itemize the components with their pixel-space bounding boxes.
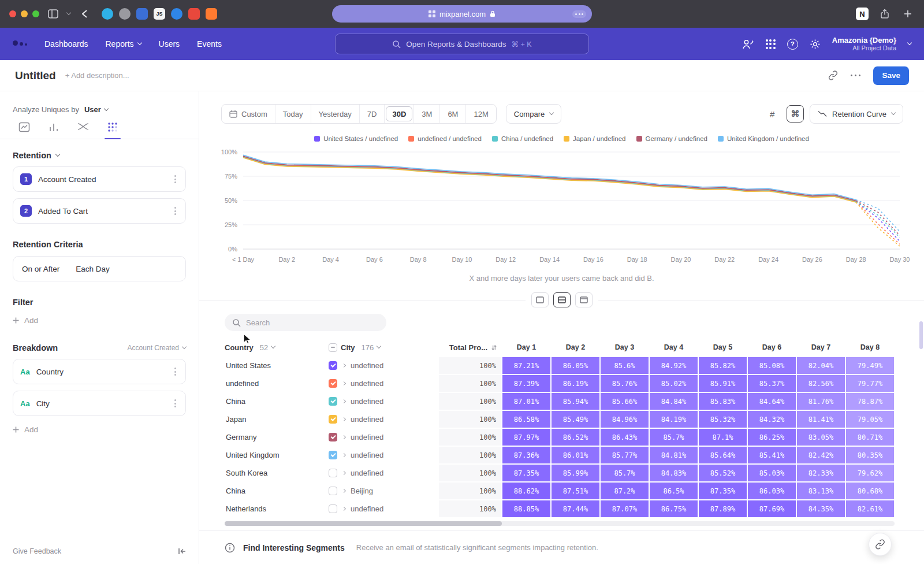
chevron-down-icon[interactable] bbox=[271, 344, 275, 348]
more-options-icon[interactable] bbox=[172, 173, 178, 185]
table-row[interactable]: United Kingdomundefined100%87.36%86.01%8… bbox=[225, 446, 895, 464]
country-column-header[interactable]: Country52 bbox=[225, 343, 329, 352]
notion-icon[interactable]: N bbox=[856, 8, 869, 20]
expand-chevron-icon[interactable] bbox=[342, 453, 346, 457]
extension-icon-4[interactable]: JS bbox=[154, 8, 165, 20]
total-column-header[interactable]: Total Pro... bbox=[438, 343, 502, 352]
apps-grid-icon[interactable] bbox=[766, 39, 776, 49]
date-range-today[interactable]: Today bbox=[275, 105, 311, 123]
retention-section-header[interactable]: Retention bbox=[13, 151, 186, 160]
vertical-scrollbar-thumb[interactable] bbox=[919, 321, 923, 349]
date-range-custom[interactable]: Custom bbox=[222, 105, 275, 123]
extension-icon-3[interactable] bbox=[136, 8, 148, 20]
expand-chevron-icon[interactable] bbox=[342, 399, 346, 403]
legend-item[interactable]: Germany / undefined bbox=[636, 135, 707, 142]
criteria-each-day-select[interactable]: Each Day bbox=[76, 265, 110, 273]
table-row[interactable]: United Statesundefined100%87.21%86.05%85… bbox=[225, 357, 895, 374]
add-description-field[interactable]: + Add description... bbox=[65, 71, 129, 80]
table-row[interactable]: ChinaBeijing100%88.62%87.51%87.2%86.5%87… bbox=[225, 482, 895, 500]
add-filter-button[interactable]: Add bbox=[13, 316, 38, 325]
compare-button[interactable]: Compare bbox=[506, 104, 561, 124]
more-options-icon[interactable] bbox=[172, 205, 178, 217]
legend-item[interactable]: United States / undefined bbox=[314, 135, 398, 142]
legend-item[interactable]: China / undefined bbox=[492, 135, 553, 142]
breakdown-item-country[interactable]: AaCountry bbox=[13, 359, 186, 384]
date-range-30d[interactable]: 30D bbox=[385, 105, 414, 123]
minimize-window-button[interactable] bbox=[21, 10, 28, 17]
chart-type-select[interactable]: Retention Curve bbox=[810, 104, 903, 124]
extension-icon-6[interactable] bbox=[188, 8, 200, 20]
nav-item-events[interactable]: Events bbox=[197, 39, 222, 49]
expand-chevron-icon[interactable] bbox=[342, 489, 346, 493]
table-row[interactable]: Germanyundefined100%87.97%86.52%86.43%85… bbox=[225, 428, 895, 446]
zoom-window-button[interactable] bbox=[32, 10, 39, 17]
row-checkbox[interactable] bbox=[329, 487, 337, 495]
more-options-icon[interactable] bbox=[850, 71, 862, 80]
gear-icon[interactable] bbox=[810, 39, 821, 50]
find-segments-link[interactable]: Find Interesting Segments bbox=[243, 543, 345, 552]
row-checkbox[interactable] bbox=[329, 361, 337, 370]
command-format-toggle[interactable]: ⌘ bbox=[787, 105, 804, 123]
tab-insights[interactable] bbox=[18, 122, 30, 139]
row-checkbox[interactable] bbox=[329, 397, 337, 406]
url-bar[interactable]: mixpanel.com bbox=[332, 5, 592, 23]
browser-sidebar-toggle-icon[interactable] bbox=[46, 7, 60, 21]
date-range-6m[interactable]: 6M bbox=[440, 105, 466, 123]
extension-icon-2[interactable] bbox=[119, 8, 131, 20]
table-row[interactable]: Netherlandsundefined100%88.85%87.44%87.0… bbox=[225, 500, 895, 518]
table-row[interactable]: Chinaundefined100%87.01%85.94%85.66%84.8… bbox=[225, 392, 895, 410]
table-only-view-button[interactable] bbox=[575, 292, 593, 307]
collapse-sidebar-icon[interactable] bbox=[178, 547, 186, 555]
chevron-down-icon[interactable] bbox=[66, 10, 71, 15]
help-icon[interactable]: ? bbox=[787, 39, 798, 50]
more-options-icon[interactable] bbox=[172, 365, 178, 378]
row-checkbox[interactable] bbox=[329, 504, 337, 513]
expand-chevron-icon[interactable] bbox=[342, 435, 346, 439]
table-search-input[interactable]: Search bbox=[225, 314, 386, 331]
close-window-button[interactable] bbox=[9, 10, 16, 17]
back-button[interactable] bbox=[77, 7, 91, 21]
project-switcher[interactable]: Amazonia {Demo} All Project Data bbox=[832, 36, 896, 53]
expand-chevron-icon[interactable] bbox=[342, 363, 346, 368]
chevron-down-icon[interactable] bbox=[377, 344, 381, 348]
table-row[interactable]: undefinedundefined100%87.39%86.19%85.76%… bbox=[225, 374, 895, 392]
expand-chevron-icon[interactable] bbox=[342, 417, 346, 421]
breakdown-item-city[interactable]: AaCity bbox=[13, 391, 186, 416]
split-view-button[interactable] bbox=[553, 292, 571, 307]
analyze-entity-select[interactable]: User bbox=[84, 105, 101, 114]
number-format-toggle[interactable]: # bbox=[763, 105, 781, 123]
expand-chevron-icon[interactable] bbox=[342, 381, 346, 385]
retention-step-2[interactable]: 2Added To Cart bbox=[13, 198, 186, 224]
expand-chevron-icon[interactable] bbox=[342, 471, 346, 475]
date-range-12m[interactable]: 12M bbox=[466, 105, 495, 123]
row-checkbox[interactable] bbox=[329, 469, 337, 477]
legend-item[interactable]: undefined / undefined bbox=[408, 135, 482, 142]
chevron-down-icon[interactable] bbox=[104, 106, 109, 110]
select-all-checkbox[interactable] bbox=[329, 343, 337, 352]
retention-step-1[interactable]: 1Account Created bbox=[13, 166, 186, 192]
copy-link-icon[interactable] bbox=[828, 70, 838, 80]
table-row[interactable]: Japanundefined100%86.58%85.49%84.96%84.1… bbox=[225, 410, 895, 428]
new-tab-icon[interactable] bbox=[901, 7, 915, 21]
give-feedback-link[interactable]: Give Feedback bbox=[13, 547, 61, 555]
date-range-yesterday[interactable]: Yesterday bbox=[311, 105, 360, 123]
tab-flows[interactable] bbox=[77, 122, 89, 139]
extension-icon-5[interactable] bbox=[171, 8, 182, 20]
chevron-down-icon[interactable] bbox=[907, 40, 912, 45]
table-row[interactable]: South Koreaundefined100%87.35%85.99%85.7… bbox=[225, 464, 895, 482]
date-range-7d[interactable]: 7D bbox=[360, 105, 385, 123]
more-options-icon[interactable] bbox=[172, 397, 178, 410]
nav-item-dashboards[interactable]: Dashboards bbox=[44, 39, 88, 49]
criteria-on-or-after-select[interactable]: On or After bbox=[22, 265, 59, 273]
city-column-header[interactable]: City176 bbox=[329, 343, 438, 352]
scrollbar-thumb[interactable] bbox=[225, 521, 502, 526]
tab-retention[interactable] bbox=[107, 122, 118, 139]
extension-icon-7[interactable] bbox=[206, 8, 217, 20]
page-title[interactable]: Untitled bbox=[15, 69, 56, 82]
date-range-3m[interactable]: 3M bbox=[414, 105, 440, 123]
nav-item-users[interactable]: Users bbox=[159, 39, 180, 49]
row-checkbox[interactable] bbox=[329, 415, 337, 424]
url-more-icon[interactable] bbox=[572, 10, 586, 18]
horizontal-scrollbar[interactable] bbox=[225, 521, 895, 526]
tab-funnels[interactable] bbox=[49, 122, 59, 139]
